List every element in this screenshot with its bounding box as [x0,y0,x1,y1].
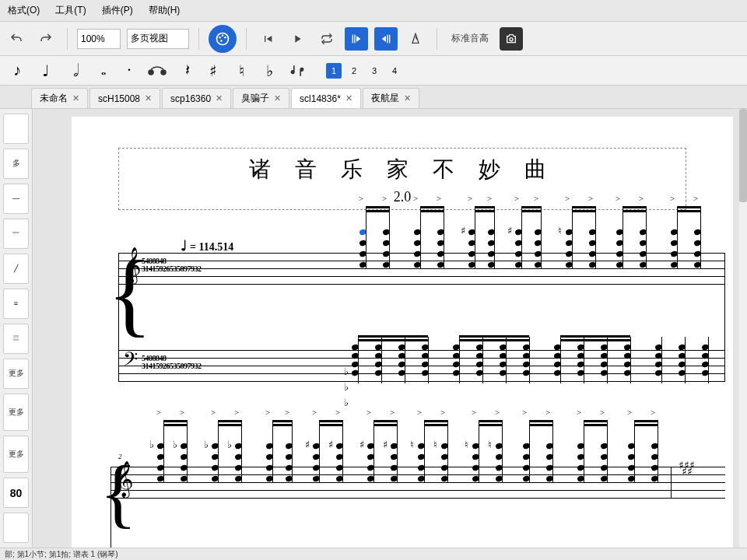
bass-clef-icon: 𝄢 [123,348,138,376]
title-frame[interactable]: 诸 音 乐 家 不 妙 曲 2.0 [118,148,686,210]
note-toolbar: ♪ ♩ 𝅗𝅥 𝅝 · 𝄽 ♯ ♮ ♭ 1 2 3 4 [0,56,747,86]
palette-more[interactable]: 更多 [3,394,29,431]
svg-point-10 [510,37,513,40]
tab-untitled[interactable]: 未命名✕ [31,88,88,108]
palette-item[interactable]: 〰 [3,219,29,249]
tempo-note-icon: ♩ [181,238,188,254]
tab-label: 未命名 [40,92,68,105]
concert-pitch-label[interactable]: 标准音高 [447,32,493,45]
palette-sidebar: 多 — 〰 ╱ ≡ 𝄚 更多 更多 更多 80 [0,109,33,548]
palette-more[interactable]: 更多 [3,436,29,473]
separator [437,28,437,50]
tempo-value: = 114.514 [190,241,233,253]
vertical-scrollbar[interactable] [739,109,747,548]
snapshot-button[interactable] [500,27,523,51]
treble-clef-icon: 𝄞 [123,247,142,283]
barline [724,253,725,381]
barline [671,467,672,498]
voice-3-button[interactable]: 3 [366,63,382,79]
loop-button[interactable] [315,27,338,51]
loop-out-button[interactable] [374,27,398,51]
menu-plugins[interactable]: 插件(P) [97,2,138,19]
scrollbar-thumb[interactable] [739,109,747,202]
sharp-icon[interactable]: ♯ [201,58,226,83]
palette-more[interactable]: 多 [3,149,29,179]
close-icon[interactable]: ✕ [274,93,281,103]
main-toolbar: 标准音高 [0,22,747,56]
rest-icon[interactable]: 𝄽 [173,58,198,83]
system-2: 2 { 𝄞 >♭>♭>♭>♭>>>♯>♯>♯>♯>♮>♮>♮>♮>>>>>> ♯… [110,436,725,548]
half-note-icon[interactable]: 𝅗𝅥 [61,58,86,83]
voice-2-button[interactable]: 2 [346,63,362,79]
tab-label: scp16360 [170,93,211,104]
svg-point-11 [149,70,153,75]
close-icon[interactable]: ✕ [345,93,352,103]
tempo-mark[interactable]: ♩ = 114.514 [181,237,233,254]
treble-staff[interactable]: 𝄞 5408848 31415926535897932 [118,253,725,284]
svg-point-3 [224,37,226,39]
whole-note-icon[interactable]: 𝅝 [89,58,114,83]
tab-choupianzi[interactable]: 臭骗子✕ [233,88,289,108]
tab-yehangxing[interactable]: 夜航星✕ [363,88,419,108]
eighth-note-icon[interactable]: ♪ [5,58,30,83]
tab-scl14836[interactable]: scl14836*✕ [291,88,361,108]
tab-label: scH15008 [98,93,140,104]
palette-item[interactable]: ╱ [3,254,29,284]
tab-bar: 未命名✕ scH15008✕ scp16360✕ 臭骗子✕ scl14836*✕… [0,86,747,109]
menu-format[interactable]: 格式(O) [3,2,44,19]
palette-item[interactable]: 𝄚 [3,324,29,354]
score-view[interactable]: 诸 音 乐 家 不 妙 曲 2.0 ♩ = 114.514 { 𝄞 540884… [33,109,747,548]
score-page: 诸 音 乐 家 不 妙 曲 2.0 ♩ = 114.514 { 𝄞 540884… [72,117,733,548]
svg-point-1 [219,37,221,39]
close-icon[interactable]: ✕ [72,93,79,103]
palette-item[interactable] [3,513,29,543]
treble-staff[interactable]: 𝄞 [110,467,725,498]
palette-item[interactable]: — [3,184,29,214]
brace-icon: { [100,459,110,527]
separator [198,28,199,50]
tab-scp16360[interactable]: scp16360✕ [162,88,231,108]
svg-point-2 [222,34,224,37]
svg-rect-6 [354,34,355,43]
svg-point-4 [220,40,223,42]
time-signature[interactable]: 5408848 31415926535897932 [142,257,202,273]
svg-rect-8 [389,34,390,43]
natural-icon[interactable]: ♮ [229,58,254,83]
palette-item[interactable] [3,114,29,144]
play-button[interactable] [286,27,309,51]
menu-tools[interactable]: 工具(T) [51,2,90,19]
palette-toggle-icon[interactable] [209,25,237,53]
rewind-button[interactable] [256,27,279,51]
separator [246,28,247,50]
dot-icon[interactable]: · [117,58,142,83]
palette-bpm[interactable]: 80 [3,478,29,508]
system-1: { 𝄞 5408848 31415926535897932 𝄢 5 [118,253,725,416]
close-icon[interactable]: ✕ [216,93,223,103]
flat-icon[interactable]: ♭ [257,58,282,83]
tie-icon[interactable] [145,58,170,83]
separator [67,28,68,50]
flip-icon[interactable] [285,58,310,83]
undo-button[interactable] [5,27,28,51]
redo-button[interactable] [34,27,58,51]
tab-label: 臭骗子 [241,92,269,105]
voice-4-button[interactable]: 4 [387,63,402,79]
palette-more[interactable]: 更多 [3,359,29,389]
voice-1-button[interactable]: 1 [326,63,342,79]
view-mode-select[interactable] [127,29,189,49]
menu-help[interactable]: 帮助(H) [144,2,185,19]
tab-sch15008[interactable]: scH15008✕ [89,88,160,108]
close-icon[interactable]: ✕ [404,93,411,103]
close-icon[interactable]: ✕ [145,93,152,103]
metronome-button[interactable] [404,27,427,51]
score-subtitle[interactable]: 2.0 [119,189,686,205]
zoom-select[interactable] [77,29,121,49]
status-bar: 部; 第1小节; 第1拍; 谱表 1 (钢琴) [0,548,747,560]
tab-label: scl14836* [300,93,341,104]
loop-in-button[interactable] [345,27,368,51]
svg-point-12 [161,70,166,75]
palette-item[interactable]: ≡ [3,289,29,319]
score-title[interactable]: 诸 音 乐 家 不 妙 曲 [119,155,686,184]
quarter-note-icon[interactable]: ♩ [33,58,58,83]
time-signature[interactable]: 5408848 31415926535897932 [142,355,202,370]
